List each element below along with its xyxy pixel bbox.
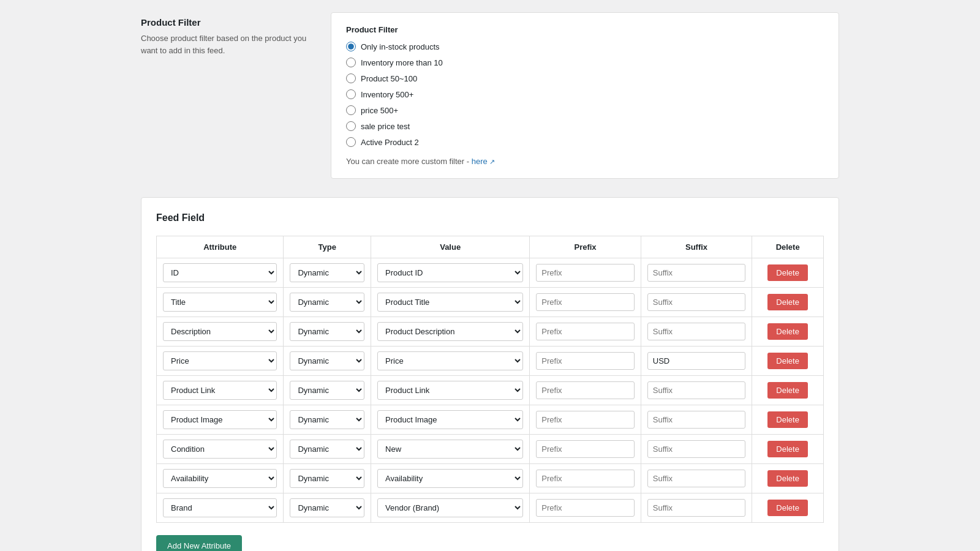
table-row: ConditionDynamicNewDelete (157, 435, 824, 464)
table-header-row: Attribute Type Value Prefix Suffix Delet… (157, 236, 824, 258)
radio-item-5[interactable]: price 500+ (346, 105, 824, 115)
table-row: DescriptionDynamicProduct DescriptionDel… (157, 317, 824, 347)
attribute-select-4[interactable]: Product Link (163, 381, 277, 400)
attribute-select-3[interactable]: Price (163, 351, 277, 370)
filter-left-panel: Product Filter Choose product filter bas… (141, 12, 312, 179)
value-select-7[interactable]: Availability (377, 469, 523, 488)
feed-table: Attribute Type Value Prefix Suffix Delet… (156, 236, 824, 523)
radio-inventory-10[interactable] (346, 58, 356, 67)
type-select-8[interactable]: Dynamic (290, 498, 364, 517)
type-select-4[interactable]: Dynamic (290, 381, 364, 400)
table-row: BrandDynamicVendor (Brand)Delete (157, 493, 824, 523)
attribute-select-6[interactable]: Condition (163, 440, 277, 459)
suffix-input-8[interactable] (647, 499, 746, 517)
delete-button-7[interactable]: Delete (767, 470, 808, 487)
suffix-input-6[interactable] (647, 440, 746, 458)
filter-left-title: Product Filter (141, 17, 312, 28)
radio-sale-price-test[interactable] (346, 121, 356, 131)
attribute-select-5[interactable]: Product Image (163, 410, 277, 429)
prefix-input-8[interactable] (536, 499, 635, 517)
feed-field-title: Feed Field (156, 212, 824, 223)
attribute-select-0[interactable]: ID (163, 263, 277, 282)
type-select-5[interactable]: Dynamic (290, 410, 364, 429)
delete-button-2[interactable]: Delete (767, 323, 808, 340)
value-select-0[interactable]: Product ID (377, 263, 523, 282)
product-filter-section: Product Filter Choose product filter bas… (141, 12, 839, 179)
value-select-3[interactable]: Price (377, 351, 523, 370)
suffix-input-1[interactable] (647, 293, 746, 311)
col-header-type: Type (284, 236, 371, 258)
add-new-attribute-button[interactable]: Add New Attribute (156, 535, 242, 551)
radio-label-4: Inventory 500+ (361, 90, 413, 99)
table-row: PriceDynamicPriceDelete (157, 347, 824, 376)
type-select-7[interactable]: Dynamic (290, 469, 364, 488)
radio-only-in-stock[interactable] (346, 42, 356, 51)
type-select-1[interactable]: Dynamic (290, 293, 364, 312)
delete-button-3[interactable]: Delete (767, 353, 808, 369)
prefix-input-3[interactable] (536, 352, 635, 370)
suffix-input-3[interactable] (647, 352, 746, 370)
prefix-input-6[interactable] (536, 440, 635, 458)
attribute-select-2[interactable]: Description (163, 322, 277, 341)
radio-item-2[interactable]: Inventory more than 10 (346, 58, 824, 67)
value-select-4[interactable]: Product Link (377, 381, 523, 400)
radio-active-product-2[interactable] (346, 137, 356, 147)
radio-item-6[interactable]: sale price test (346, 121, 824, 131)
delete-button-0[interactable]: Delete (767, 264, 808, 281)
delete-button-4[interactable]: Delete (767, 382, 808, 399)
table-row: Product ImageDynamicProduct ImageDelete (157, 405, 824, 435)
prefix-input-0[interactable] (536, 264, 635, 282)
suffix-input-2[interactable] (647, 323, 746, 340)
table-row: AvailabilityDynamicAvailabilityDelete (157, 464, 824, 493)
prefix-input-4[interactable] (536, 381, 635, 399)
col-header-delete: Delete (752, 236, 824, 258)
prefix-input-1[interactable] (536, 293, 635, 311)
suffix-input-7[interactable] (647, 470, 746, 487)
col-header-value: Value (371, 236, 530, 258)
prefix-input-5[interactable] (536, 411, 635, 429)
value-select-5[interactable]: Product Image (377, 410, 523, 429)
attribute-select-8[interactable]: Brand (163, 498, 277, 517)
filter-left-description: Choose product filter based on the produ… (141, 32, 312, 56)
delete-button-8[interactable]: Delete (767, 500, 808, 516)
filter-right-title: Product Filter (346, 25, 824, 34)
value-select-6[interactable]: New (377, 440, 523, 459)
delete-button-1[interactable]: Delete (767, 294, 808, 310)
table-row: TitleDynamicProduct TitleDelete (157, 288, 824, 317)
radio-label-5: price 500+ (361, 106, 398, 115)
feed-field-section: Feed Field Attribute Type Value Prefix S… (141, 197, 839, 551)
radio-item-7[interactable]: Active Product 2 (346, 137, 824, 147)
prefix-input-2[interactable] (536, 323, 635, 340)
table-row: IDDynamicProduct IDDelete (157, 258, 824, 288)
external-link-icon: ↗ (489, 158, 495, 165)
attribute-select-7[interactable]: Availability (163, 469, 277, 488)
radio-label-3: Product 50~100 (361, 74, 417, 83)
suffix-input-5[interactable] (647, 411, 746, 429)
type-select-6[interactable]: Dynamic (290, 440, 364, 459)
suffix-input-4[interactable] (647, 381, 746, 399)
radio-item-3[interactable]: Product 50~100 (346, 73, 824, 83)
radio-item-4[interactable]: Inventory 500+ (346, 89, 824, 99)
filter-right-panel: Product Filter Only in-stock products In… (331, 12, 839, 179)
radio-item-1[interactable]: Only in-stock products (346, 42, 824, 51)
delete-button-5[interactable]: Delete (767, 411, 808, 428)
type-select-0[interactable]: Dynamic (290, 263, 364, 282)
attribute-select-1[interactable]: Title (163, 293, 277, 312)
radio-label-2: Inventory more than 10 (361, 58, 443, 67)
type-select-3[interactable]: Dynamic (290, 351, 364, 370)
value-select-2[interactable]: Product Description (377, 322, 523, 341)
radio-label-1: Only in-stock products (361, 42, 440, 51)
value-select-8[interactable]: Vendor (Brand) (377, 498, 523, 517)
table-row: Product LinkDynamicProduct LinkDelete (157, 376, 824, 405)
type-select-2[interactable]: Dynamic (290, 322, 364, 341)
custom-filter-link[interactable]: here ↗ (472, 157, 496, 166)
value-select-1[interactable]: Product Title (377, 293, 523, 312)
suffix-input-0[interactable] (647, 264, 746, 282)
prefix-input-7[interactable] (536, 470, 635, 487)
radio-group: Only in-stock products Inventory more th… (346, 42, 824, 147)
delete-button-6[interactable]: Delete (767, 441, 808, 457)
col-header-attribute: Attribute (157, 236, 284, 258)
radio-inventory-500[interactable] (346, 89, 356, 99)
radio-product-50-100[interactable] (346, 73, 356, 83)
radio-price-500[interactable] (346, 105, 356, 115)
